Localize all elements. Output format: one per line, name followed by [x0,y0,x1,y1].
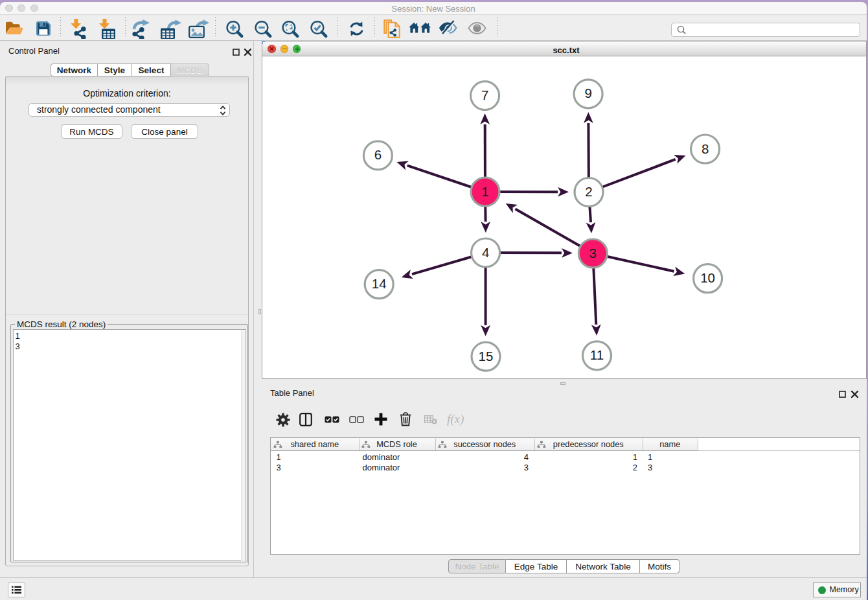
svg-text:7: 7 [481,87,488,102]
svg-text:9: 9 [584,86,591,100]
svg-text:15: 15 [479,349,494,363]
svg-text:10: 10 [700,270,715,285]
svg-text:8: 8 [702,141,709,156]
svg-text:6: 6 [374,147,382,162]
svg-text:3: 3 [589,246,597,260]
svg-text:1: 1 [481,184,488,199]
svg-text:2: 2 [585,184,592,199]
svg-text:11: 11 [590,347,604,362]
svg-text:14: 14 [372,276,387,291]
svg-text:4: 4 [482,245,489,260]
